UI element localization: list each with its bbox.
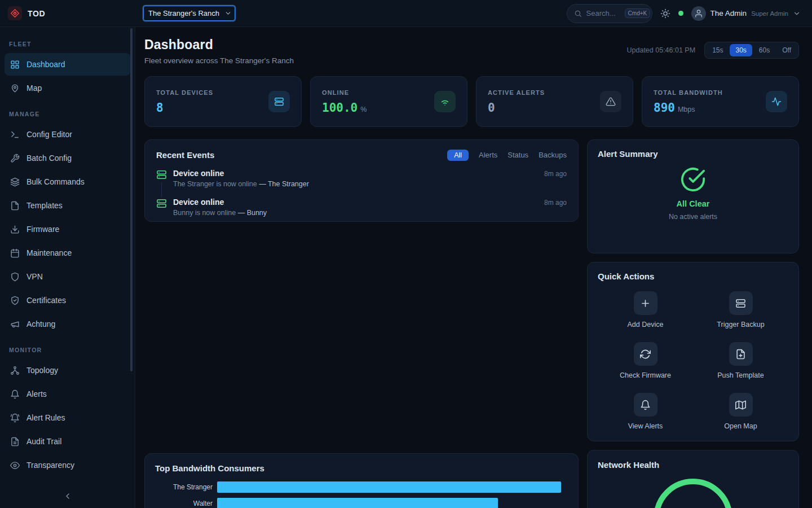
refresh-option-15s[interactable]: 15s — [707, 44, 729, 56]
bandwidth-bar — [217, 481, 561, 493]
quick-action-tile — [729, 291, 753, 315]
map-icon — [735, 400, 746, 410]
stat-icon-box — [600, 91, 621, 112]
network-health-card: Network Health 100 — [587, 450, 799, 508]
event-filter-all[interactable]: All — [447, 150, 469, 161]
alert-detail-text: No active alerts — [669, 213, 717, 221]
app-logo-icon — [8, 6, 22, 20]
sidebar-item-alerts[interactable]: Alerts — [5, 383, 130, 405]
recent-events-card: Recent Events AllAlertsStatusBackups Dev… — [144, 139, 579, 222]
sidebar-item-label: Achtung — [27, 319, 55, 329]
server-icon — [735, 298, 746, 309]
sidebar-item-topology[interactable]: Topology — [5, 359, 130, 382]
stats-row: TOTAL DEVICES8ONLINE100.0%ACTIVE ALERTS0… — [144, 76, 799, 127]
refresh-option-off[interactable]: Off — [776, 44, 797, 56]
shield-icon — [10, 272, 20, 282]
refresh-icon — [640, 349, 651, 360]
sidebar-item-achtung[interactable]: Achtung — [5, 313, 130, 335]
sidebar-nav: FLEETDashboardMapMANAGEConfig EditorBatc… — [0, 30, 135, 476]
event-description: The Stranger is now online — The Strange… — [173, 180, 567, 188]
stat-card-online: ONLINE100.0% — [310, 76, 467, 127]
topbar: TOD The Stranger's Ranch Cmd+K The Admin… — [0, 0, 812, 27]
eye-icon — [10, 461, 20, 470]
page-title-block: Dashboard Fleet overview across The Stra… — [144, 37, 294, 65]
sidebar-item-label: Batch Config — [27, 154, 72, 163]
stat-icon-box — [434, 91, 456, 112]
sidebar-item-config-editor[interactable]: Config Editor — [5, 123, 130, 146]
wrench-icon — [10, 154, 20, 163]
sidebar-item-label: Firmware — [27, 225, 59, 234]
bandwidth-row: Walter — [155, 498, 568, 508]
refresh-option-60s[interactable]: 60s — [753, 44, 775, 56]
network-health-gauge: 100 — [654, 479, 732, 508]
megaphone-icon — [10, 319, 20, 329]
event-filter-alerts[interactable]: Alerts — [479, 149, 497, 161]
file-icon — [10, 201, 20, 211]
stat-icon-box — [268, 91, 290, 112]
sidebar-item-label: Alert Rules — [27, 413, 65, 422]
refresh-option-30s[interactable]: 30s — [730, 44, 752, 56]
sidebar-item-templates[interactable]: Templates — [5, 194, 130, 217]
stat-value-row: 100.0% — [322, 101, 367, 115]
sidebar-item-batch-config[interactable]: Batch Config — [5, 147, 130, 169]
quick-action-tile — [729, 393, 753, 417]
quick-action-push-template[interactable]: Push Template — [693, 342, 788, 379]
page-title: Dashboard — [144, 37, 294, 52]
quick-action-open-map[interactable]: Open Map — [693, 393, 788, 430]
fleet-selector[interactable]: The Stranger's Ranch — [143, 6, 235, 21]
avatar — [691, 6, 706, 21]
quick-action-add-device[interactable]: Add Device — [598, 291, 693, 329]
quick-action-view-alerts[interactable]: View Alerts — [598, 393, 693, 430]
search-icon — [574, 10, 582, 17]
sidebar-item-certificates[interactable]: Certificates — [5, 289, 130, 312]
search-input[interactable] — [586, 9, 620, 17]
search-box[interactable]: Cmd+K — [567, 4, 652, 23]
quick-action-label: Open Map — [724, 422, 757, 430]
updated-timestamp: Updated 05:46:01 PM — [627, 46, 696, 54]
sidebar-item-alert-rules[interactable]: Alert Rules — [5, 406, 130, 429]
bandwidth-track — [217, 481, 568, 493]
stat-label: ACTIVE ALERTS — [488, 89, 545, 96]
app-shell: FLEETDashboardMapMANAGEConfig EditorBatc… — [0, 27, 812, 508]
quick-action-trigger-backup[interactable]: Trigger Backup — [693, 291, 788, 329]
event-filters: AllAlertsStatusBackups — [447, 149, 567, 161]
quick-action-tile — [729, 342, 753, 366]
event-filter-status[interactable]: Status — [508, 149, 528, 161]
quick-action-label: Trigger Backup — [717, 321, 764, 329]
event-time: 8m ago — [544, 199, 567, 207]
event-device-name: — The Stranger — [259, 180, 309, 188]
stat-card-total-bandwidth: TOTAL BANDWIDTH890Mbps — [642, 76, 799, 127]
bandwidth-track — [217, 498, 568, 508]
sidebar-item-maintenance[interactable]: Maintenance — [5, 242, 130, 264]
sidebar-item-transparency[interactable]: Transparency — [5, 454, 130, 476]
sidebar-item-map[interactable]: Map — [5, 77, 130, 99]
stat-value: 100.0 — [322, 101, 358, 115]
stat-label: TOTAL DEVICES — [156, 89, 213, 96]
event-filter-backups[interactable]: Backups — [539, 149, 567, 161]
quick-actions-title: Quick Actions — [598, 271, 788, 281]
sidebar-item-vpn[interactable]: VPN — [5, 265, 130, 288]
sidebar-item-bulk-commands[interactable]: Bulk Commands — [5, 170, 130, 193]
sidebar-scrollbar[interactable] — [130, 28, 133, 371]
sidebar-item-audit-trail[interactable]: Audit Trail — [5, 430, 130, 453]
layers-icon — [10, 177, 20, 187]
sidebar-collapse-button[interactable] — [5, 487, 130, 506]
theme-toggle-button[interactable] — [660, 8, 670, 19]
stat-value: 0 — [488, 101, 495, 115]
quick-action-check-firmware[interactable]: Check Firmware — [598, 342, 693, 379]
bell-icon — [640, 400, 651, 410]
stat-card-active-alerts: ACTIVE ALERTS0 — [476, 76, 633, 127]
wifi-icon — [440, 97, 450, 107]
main-content: Dashboard Fleet overview across The Stra… — [135, 27, 812, 508]
sidebar-item-label: Templates — [27, 201, 63, 210]
quick-action-label: Push Template — [717, 371, 764, 379]
sidebar-item-firmware[interactable]: Firmware — [5, 218, 130, 240]
server-icon — [156, 198, 167, 209]
sidebar-item-dashboard[interactable]: Dashboard — [5, 53, 130, 76]
event-body: Device online8m agoThe Stranger is now o… — [173, 169, 567, 188]
user-menu[interactable]: The Admin Super Admin — [691, 6, 801, 21]
sidebar: FLEETDashboardMapMANAGEConfig EditorBatc… — [0, 27, 135, 508]
stat-value-row: 8 — [156, 101, 213, 115]
sun-icon — [660, 8, 670, 19]
sidebar-section-manage: MANAGE — [0, 100, 135, 122]
